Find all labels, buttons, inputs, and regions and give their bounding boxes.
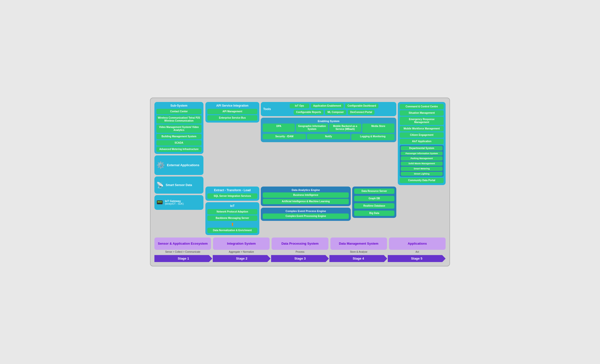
ai-ml-btn[interactable]: Artificial Intelligence & Machine Learni… (263, 199, 349, 204)
api-service-box: API Service Integration API Management E… (205, 102, 259, 123)
right-apps-column: Command & Control Centre Situation Manag… (398, 102, 446, 185)
main-diagram: Sub-System Contact Center Wireless Commu… (150, 98, 450, 267)
contact-center-btn[interactable]: Contact Center (156, 109, 201, 114)
ami-btn[interactable]: Advanced Metering Infrastructure (156, 147, 201, 152)
devconnect-btn[interactable]: DevConnect Portal (348, 110, 375, 115)
enabling-row2: Security - IDAM Notify Logging & Monitor… (263, 134, 394, 140)
passenger-info-btn[interactable]: Passenger Information System (401, 151, 443, 156)
business-intel-btn[interactable]: Business Intelligence (263, 192, 349, 198)
tools-bar: Tools IoT Ops Application Enablement Con… (261, 102, 396, 116)
integration-spacer: API Service Integration API Management E… (205, 102, 259, 185)
building-mgmt-btn[interactable]: Building Management System (156, 134, 201, 139)
stage5-subtitle: Act (389, 251, 446, 253)
backbone-msg-btn[interactable]: Backbone Messaging Server (207, 215, 257, 221)
right-bottom-spacer (398, 187, 446, 235)
stage2-label-item: Integration System Aggregate > Normalize (213, 238, 270, 254)
media-store-btn[interactable]: Media Store (362, 124, 394, 133)
iot-ops-btn[interactable]: IoT Ops (290, 103, 309, 108)
dept-system-btn[interactable]: Departmental System (401, 146, 443, 151)
ml-composer-btn[interactable]: ML Composer (325, 110, 346, 115)
stage-arrows-row: Stage 1 Stage 2 Stage 3 Stage 4 Stage 5 (154, 255, 446, 262)
bottom-stage-area: Sensor & Application Ecosystem Sense > C… (154, 238, 446, 262)
community-portal-btn[interactable]: Community Data Portal (400, 178, 444, 183)
iot-gateway-box: 📟 IoT Gateway (trinityIOT - SDK) (154, 195, 203, 210)
network-proto-btn[interactable]: Network Protocol Adaption (207, 209, 257, 214)
smart-sensor-label: Smart Sensor Data (166, 183, 192, 187)
stage1-subtitle: Sense > Collect > Communicate (154, 251, 211, 253)
smart-sensor-box: 📡 Smart Sensor Data (154, 176, 203, 194)
stage2-subtitle: Aggregate > Normalize (213, 251, 270, 253)
stage5-arrow: Stage 5 (388, 255, 446, 262)
api-mgmt-btn[interactable]: API Management (207, 109, 257, 114)
etl-box: Extract - Transform - Load SQL Server In… (205, 187, 259, 201)
big-data-btn[interactable]: Big Data (354, 211, 394, 216)
cmd-ctrl-btn[interactable]: Command & Control Centre (400, 104, 444, 109)
content-area: API Service Integration API Management E… (205, 102, 446, 235)
graph-db-btn[interactable]: Graph DB (354, 196, 394, 201)
bottom-labels-row: Sensor & Application Ecosystem Sense > C… (154, 238, 446, 254)
sql-sis-btn[interactable]: SQL Server Integration Services (207, 193, 257, 199)
solid-waste-btn[interactable]: Solid Waste Management (401, 162, 443, 166)
stage1-title: Sensor & Application Ecosystem (154, 238, 211, 250)
stage1-arrow: Stage 1 (154, 255, 212, 262)
gis-btn[interactable]: Geographic Information System (296, 124, 328, 132)
mbaas-btn[interactable]: Mobile Backend as a Service (MBaaS) (329, 124, 361, 132)
street-lighting-btn[interactable]: Street Lighting (401, 172, 443, 176)
dept-group: Departmental System Passenger Informatio… (400, 145, 444, 177)
smart-metering-btn[interactable]: Smart Metering (401, 167, 443, 171)
stage1-label-item: Sensor & Application Ecosystem Sense > C… (154, 238, 211, 254)
stage4-label-item: Data Management System Store & Analyse (330, 238, 387, 254)
dpa-btn[interactable]: DPA (263, 124, 295, 132)
situation-mgmt-btn[interactable]: Situation Management (400, 110, 444, 116)
esb-btn[interactable]: Enterprise Service Bus (207, 115, 257, 121)
stage4-arrow: Stage 4 (329, 255, 387, 262)
config-reports-btn[interactable]: Configurable Reports (294, 110, 324, 115)
tools-buttons: IoT Ops Application Enablement Configura… (274, 103, 394, 115)
realtime-db-btn[interactable]: Realtime Database (354, 203, 394, 209)
data-norm-btn[interactable]: Data Normalization & Enrichment (207, 228, 257, 233)
tools-inner: Tools IoT Ops Application Enablement Con… (263, 103, 394, 115)
stage1-item: Stage 1 (154, 255, 212, 262)
router-icon: 📟 (156, 199, 163, 206)
stage5-title: Applications (389, 238, 446, 250)
stage4-subtitle: Store & Analyse (330, 251, 387, 253)
scada-btn[interactable]: SCADA (156, 140, 201, 146)
etl-title: Extract - Transform - Load (207, 188, 257, 192)
stage5-label-item: Applications Act (389, 238, 446, 254)
stage3-subtitle: Process (272, 251, 328, 253)
video-mgmt-btn[interactable]: Video Management System/ Video Analytics (156, 125, 201, 133)
stage4-title: Data Management System (330, 238, 387, 250)
subsystem-box: Sub-System Contact Center Wireless Commu… (154, 102, 203, 154)
bottom-systems-area: Extract - Transform - Load SQL Server In… (205, 187, 446, 235)
wireless-comm-btn[interactable]: Wireless Communication/ Tetra/ P25 Wirel… (156, 115, 201, 124)
stage3-title: Data Processing System (272, 238, 328, 250)
left-column: Sub-System Contact Center Wireless Commu… (154, 102, 203, 235)
security-idam-btn[interactable]: Security - IDAM (263, 134, 306, 139)
iot-section-title: IoT (207, 204, 257, 208)
up-arrow-icon: ⬆ (207, 222, 257, 227)
aiot-app-btn[interactable]: AIoT Application (400, 139, 444, 144)
cep-engine-btn[interactable]: Complex Event Processing Engine (263, 213, 349, 219)
config-dashboard-btn[interactable]: Configurable Dashboard (345, 103, 379, 108)
analytics-box: Data Analytics Engine Business Intellige… (261, 187, 351, 206)
stage2-title: Integration System (213, 238, 270, 250)
subsystem-title: Sub-System (156, 104, 201, 107)
iot-gateway-label: IoT Gateway (165, 200, 184, 202)
citizen-engage-btn[interactable]: Citizen Engagement (400, 132, 444, 138)
stage3-arrow: Stage 3 (271, 255, 329, 262)
notify-btn[interactable]: Notify (307, 134, 350, 139)
data-resource-server-btn[interactable]: Data Resource Server (354, 188, 394, 194)
parking-mgmt-btn[interactable]: Parking Management (401, 156, 443, 161)
integration-bottom: Extract - Transform - Load SQL Server In… (205, 187, 259, 235)
app-enablement-btn[interactable]: Application Enablement (311, 103, 344, 108)
enabling-row1: DPA Geographic Information System Mobile… (263, 124, 394, 133)
mobile-workforce-btn[interactable]: Mobile Workforce Management (400, 126, 444, 131)
emergency-resp-btn[interactable]: Emergency Response Management (400, 117, 444, 125)
logging-btn[interactable]: Logging & Monitoring (351, 134, 394, 140)
stage2-arrow: Stage 2 (213, 255, 271, 262)
apps-right-box: Command & Control Centre Situation Manag… (398, 102, 446, 185)
tools-label: Tools (263, 107, 271, 111)
analytics-cepe-area: Data Analytics Engine Business Intellige… (261, 187, 351, 235)
cepe-box: Complex Event Process Engine Complex Eve… (261, 208, 351, 221)
top-area: Sub-System Contact Center Wireless Commu… (154, 102, 446, 235)
